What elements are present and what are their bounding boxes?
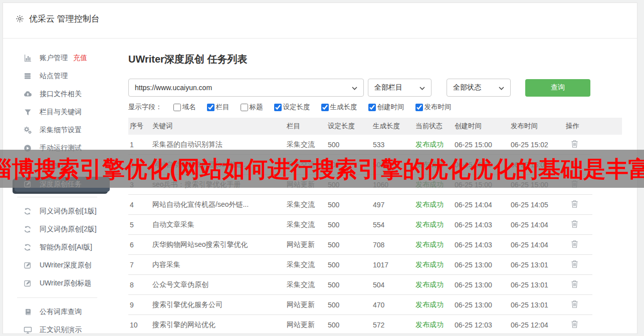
cell-column: 采集交流 [285,200,326,209]
cell-create-time: 06-25 14:04 [453,201,509,209]
status-badge: 发布成功 [414,300,453,309]
cell-actions [564,320,592,330]
sidebar-item[interactable]: UWriter深度原创 [3,256,123,274]
table-row: 8 公众号文章伪原创 采集交流 500 504 发布成功 06-25 13:00… [128,275,592,295]
field-checkbox[interactable]: 生成长度 [321,103,357,112]
cell-index: 1 [128,141,151,149]
cell-gen-length: 470 [371,301,414,309]
cell-create-time: 06-25 15:00 [453,141,509,149]
delete-button[interactable] [566,220,578,230]
table-row: 10 搜索引擎的网站优化 网站更新 500 572 发布成功 06-25 12:… [128,315,592,334]
cell-publish-time: 06-25 14:04 [509,221,564,229]
cell-column: 采集交流 [285,220,326,229]
trash-icon [571,240,578,250]
trash-icon [571,140,578,150]
sidebar-item[interactable]: 智能伪原创[AI版] [3,238,123,256]
field-checkbox[interactable]: 发布时间 [415,103,452,112]
sidebar-item[interactable]: 公有词库查询 [3,303,123,321]
field-checkbox[interactable]: 标题 [241,103,263,112]
field-checkbox-input[interactable] [415,104,423,111]
delete-button[interactable] [566,260,578,270]
field-checkbox-input[interactable] [274,104,282,111]
field-checkbox-input[interactable] [173,104,181,111]
field-checkbox[interactable]: 栏目 [207,103,230,112]
cell-actions [564,200,592,210]
delete-button[interactable] [566,280,578,290]
cell-index: 10 [128,321,151,329]
bar-chart-icon [23,54,32,62]
cell-gen-length: 554 [371,221,414,229]
status-select[interactable]: 全部状态 [447,79,511,97]
cell-create-time: 06-25 13:00 [453,281,509,289]
monitor-icon [23,326,32,334]
server-icon [23,72,32,80]
cell-index: 7 [128,261,151,269]
table-header-cell: 关键词 [151,122,285,131]
table-header-cell: 操作 [564,122,622,131]
field-checkbox-input[interactable] [241,104,248,111]
status-badge: 发布成功 [414,200,453,209]
recharge-badge[interactable]: 充值 [73,54,87,63]
cell-create-time: 06-25 12:03 [453,321,509,329]
cell-set-length: 500 [326,321,371,329]
sidebar-item[interactable]: 正文识别演示 [3,321,123,334]
cell-index: 5 [128,221,151,229]
cell-gen-length: 533 [371,141,414,149]
cell-gen-length: 504 [371,281,414,289]
delete-button[interactable] [566,200,578,210]
site-select[interactable]: https://www.ucaiyun.com [128,79,364,97]
filter-controls: https://www.ucaiyun.com 全部栏目 全部状态 查询 [128,79,590,97]
field-checkbox[interactable]: 域名 [173,103,196,112]
column-select-value: 全部栏目 [374,83,402,92]
field-checkbox-input[interactable] [321,104,329,111]
cloud-upload-icon [23,90,32,98]
field-checkbox-input[interactable] [207,104,214,111]
edit-icon [23,279,32,287]
table-header-cell: 设定长度 [326,122,371,131]
delete-button[interactable] [566,320,578,330]
field-checkbox-input[interactable] [368,104,376,111]
delete-button[interactable] [566,140,578,150]
sidebar-item[interactable]: 采集细节设置 [3,121,123,139]
chevron-down-icon [419,84,425,92]
sidebar-item[interactable]: 栏目与关键词 [3,103,123,121]
top-bar: 优采云 管理控制台 [3,3,637,39]
cell-set-length: 500 [326,261,371,269]
cell-column: 采集交流 [285,140,326,149]
sidebar-item[interactable]: 账户管理 充值 [3,49,123,67]
cell-actions [564,220,592,230]
field-checkbox[interactable]: 创建时间 [368,103,404,112]
cell-set-length: 500 [326,301,371,309]
cell-keyword: 庆华购物网站seo搜索引擎优化 [151,240,285,249]
column-select[interactable]: 全部栏目 [368,79,432,97]
sidebar-item[interactable]: 同义词伪原创[2版] [3,220,123,238]
delete-button[interactable] [566,240,578,250]
field-checkbox[interactable]: 设定长度 [274,103,310,112]
cell-column: 采集交流 [285,260,326,269]
refresh-icon [23,225,32,233]
cell-publish-time: 06-25 15:02 [509,141,564,149]
edit-icon [23,261,32,269]
cell-set-length: 500 [326,201,371,209]
cell-create-time: 06-25 14:03 [453,221,509,229]
cell-set-length: 500 [326,221,371,229]
table-row: 9 搜索引擎优化服务公司 网站更新 500 470 发布成功 06-25 13:… [128,295,592,315]
sidebar-item[interactable]: 接口文件相关 [3,85,123,103]
delete-button[interactable] [566,300,578,310]
query-button[interactable]: 查询 [525,79,590,97]
site-select-value: https://www.ucaiyun.com [135,84,212,92]
refresh-icon [23,207,32,215]
cell-column: 网站更新 [285,320,326,329]
sidebar-item[interactable]: 站点管理 [3,67,123,85]
cell-column: 网站更新 [285,300,326,309]
sidebar-item[interactable]: 同义词伪原创[1版] [3,202,123,220]
table-row: 4 网站自动化宣传机器/seo外链... 采集交流 500 497 发布成功 0… [128,195,592,215]
cell-gen-length: 708 [371,241,414,249]
cell-set-length: 500 [326,241,371,249]
cell-actions [564,300,592,310]
cell-gen-length: 1017 [371,261,414,269]
cell-actions [564,240,592,250]
table-header-cell: 序号 [128,122,151,131]
cell-keyword: 公众号文章伪原创 [151,280,285,289]
sidebar-item[interactable]: UWriter原创标题 [3,274,123,292]
